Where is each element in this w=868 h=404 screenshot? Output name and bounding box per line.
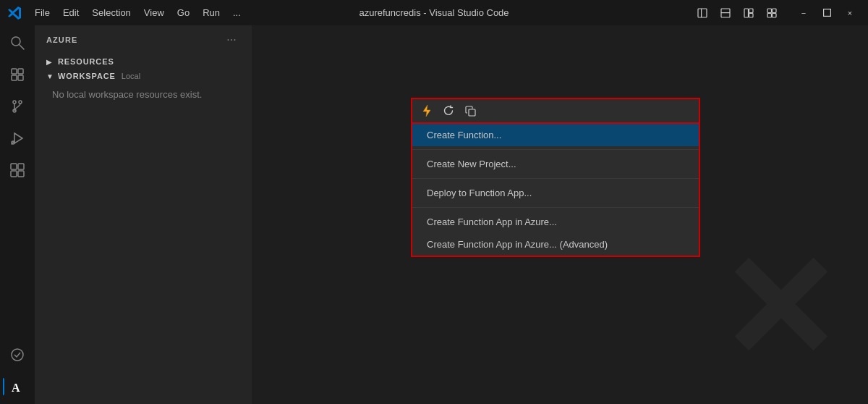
svg-rect-26 bbox=[18, 171, 24, 177]
svg-point-27 bbox=[12, 349, 23, 361]
dropdown-item-create-app-azure[interactable]: Create Function App in Azure... bbox=[412, 211, 699, 233]
sidebar: AZURE ··· ▶ RESOURCES ▼ WORKSPACE Local … bbox=[35, 25, 252, 404]
activity-check[interactable] bbox=[3, 340, 32, 369]
layout-toggle-2[interactable] bbox=[715, 5, 736, 21]
svg-point-12 bbox=[12, 37, 20, 46]
dropdown-separator-3 bbox=[412, 207, 699, 208]
resources-section-label: RESOURCES bbox=[58, 57, 114, 66]
activity-explorer[interactable] bbox=[3, 60, 32, 89]
svg-rect-14 bbox=[12, 69, 17, 74]
svg-rect-23 bbox=[11, 164, 17, 169]
titlebar: File Edit Selection View Go Run ... azur… bbox=[0, 0, 868, 25]
workspace-chevron-icon: ▼ bbox=[46, 72, 55, 80]
sidebar-more-actions[interactable]: ··· bbox=[223, 31, 240, 49]
vscode-logo-icon bbox=[7, 6, 22, 20]
sidebar-actions: ··· bbox=[223, 31, 240, 49]
dropdown-item-create-project[interactable]: Create New Project... bbox=[412, 153, 699, 175]
resources-chevron-icon: ▶ bbox=[46, 58, 55, 66]
menu-file[interactable]: File bbox=[29, 4, 56, 21]
workspace-section-label: WORKSPACE bbox=[58, 72, 116, 80]
svg-rect-17 bbox=[18, 75, 23, 80]
svg-rect-24 bbox=[18, 164, 24, 169]
resources-section: ▶ RESOURCES bbox=[35, 54, 252, 69]
activity-azure[interactable]: A bbox=[3, 372, 32, 401]
workspace-section-header[interactable]: ▼ WORKSPACE Local bbox=[41, 69, 246, 83]
svg-rect-6 bbox=[749, 13, 754, 17]
dropdown-item-deploy[interactable]: Deploy to Function App... bbox=[412, 182, 699, 204]
sidebar-title: AZURE bbox=[46, 35, 77, 44]
restore-button[interactable] bbox=[816, 5, 838, 21]
svg-rect-10 bbox=[773, 13, 777, 17]
workspace-empty-message: No local workspace resources exist. bbox=[41, 83, 246, 106]
close-button[interactable]: × bbox=[839, 5, 861, 21]
menu-view[interactable]: View bbox=[138, 4, 170, 21]
dropdown-container: Create Function... Create New Project...… bbox=[411, 98, 700, 257]
dropdown-menu: Create Function... Create New Project...… bbox=[411, 124, 700, 257]
workspace-section: ▼ WORKSPACE Local No local workspace res… bbox=[35, 69, 252, 106]
window-title: azurefuncredis - Visual Studio Code bbox=[359, 7, 509, 18]
resources-section-header[interactable]: ▶ RESOURCES bbox=[41, 54, 246, 69]
svg-text:A: A bbox=[12, 382, 20, 394]
svg-rect-0 bbox=[698, 9, 707, 17]
svg-rect-4 bbox=[744, 9, 749, 17]
dropdown-separator-1 bbox=[412, 149, 699, 150]
layout-toggle-1[interactable] bbox=[692, 5, 713, 21]
svg-rect-1 bbox=[701, 9, 702, 17]
activity-search[interactable] bbox=[3, 28, 32, 57]
svg-rect-25 bbox=[11, 171, 17, 177]
activity-extensions[interactable] bbox=[3, 156, 32, 185]
menu-bar: File Edit Selection View Go Run ... bbox=[29, 4, 247, 21]
svg-rect-9 bbox=[767, 13, 772, 17]
svg-rect-3 bbox=[721, 12, 730, 13]
svg-rect-7 bbox=[767, 9, 772, 13]
svg-line-13 bbox=[20, 45, 24, 49]
toolbar-row bbox=[411, 98, 700, 124]
workspace-sublabel: Local bbox=[122, 72, 140, 80]
svg-marker-29 bbox=[423, 105, 430, 117]
main-content: ✕ bbox=[252, 25, 868, 404]
activity-source-control[interactable] bbox=[3, 92, 32, 121]
svg-rect-8 bbox=[773, 9, 777, 13]
copy-icon-button[interactable] bbox=[461, 102, 479, 119]
minimize-button[interactable]: − bbox=[793, 5, 814, 21]
dropdown-item-create-app-azure-advanced[interactable]: Create Function App in Azure... (Advance… bbox=[412, 233, 699, 256]
menu-run[interactable]: Run bbox=[197, 4, 226, 21]
menu-selection[interactable]: Selection bbox=[86, 4, 136, 21]
svg-rect-30 bbox=[469, 109, 475, 116]
dropdown-item-create-function[interactable]: Create Function... bbox=[412, 124, 699, 146]
refresh-icon-button[interactable] bbox=[440, 102, 457, 119]
activity-run-debug[interactable] bbox=[3, 124, 32, 153]
svg-marker-21 bbox=[14, 133, 22, 143]
layout-toggle-4[interactable] bbox=[761, 5, 783, 21]
svg-rect-16 bbox=[12, 75, 17, 80]
svg-rect-15 bbox=[18, 69, 23, 74]
sidebar-header: AZURE ··· bbox=[35, 25, 252, 54]
svg-rect-11 bbox=[823, 9, 830, 17]
menu-more[interactable]: ... bbox=[227, 4, 247, 21]
create-function-icon-button[interactable] bbox=[418, 102, 435, 119]
window-controls: − × bbox=[692, 5, 861, 21]
svg-rect-5 bbox=[749, 9, 754, 13]
main-layout: A AZURE ··· ▶ RESOURCES ▼ WORKSPACE Loca… bbox=[0, 25, 868, 404]
menu-edit[interactable]: Edit bbox=[57, 4, 85, 21]
layout-toggle-3[interactable] bbox=[738, 5, 760, 21]
menu-go[interactable]: Go bbox=[171, 4, 195, 21]
azure-watermark: ✕ bbox=[718, 237, 839, 382]
dropdown-separator-2 bbox=[412, 178, 699, 179]
activity-bar: A bbox=[0, 25, 35, 404]
